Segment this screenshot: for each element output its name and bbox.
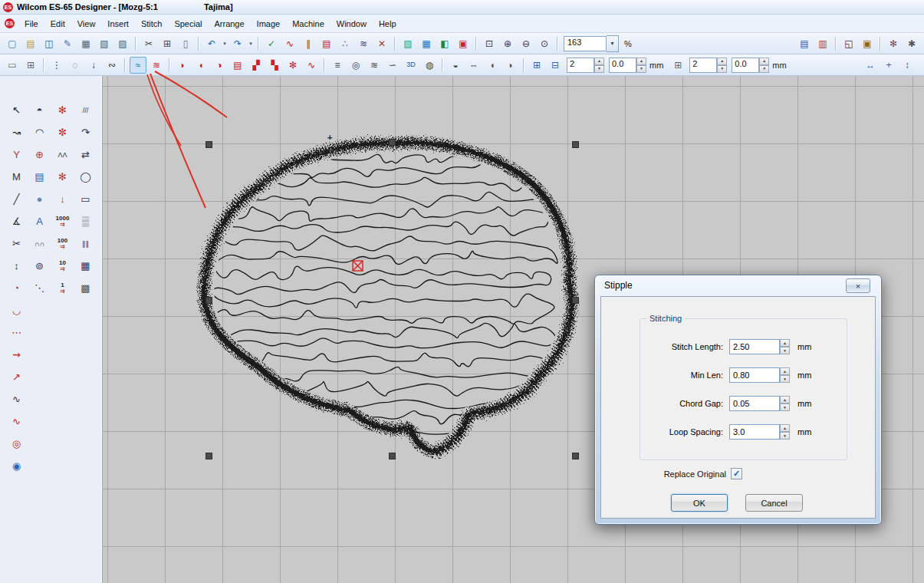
- dropdown-arrow-icon[interactable]: ▾: [221, 36, 229, 51]
- loop-spacing-input[interactable]: [729, 424, 780, 440]
- overview-icon[interactable]: ◱: [840, 35, 857, 52]
- scissors-tool[interactable]: ✂: [7, 232, 27, 255]
- dots-diagonal-tool[interactable]: ⋱: [30, 277, 50, 299]
- columns-tool[interactable]: ∥∥: [76, 232, 96, 255]
- monogram-tool[interactable]: M: [7, 166, 27, 188]
- move-all-icon[interactable]: +: [880, 57, 897, 74]
- zoom-value[interactable]: 163: [564, 36, 607, 51]
- menu-item-machine[interactable]: Machine: [286, 17, 330, 31]
- dropdown-arrow-icon[interactable]: ▾: [247, 36, 255, 51]
- zigzag-knife-tool[interactable]: ∡: [7, 210, 27, 232]
- menu-item-stitch[interactable]: Stitch: [135, 17, 169, 31]
- fusion-fill-icon[interactable]: ▧: [400, 35, 416, 52]
- node-y-tool[interactable]: Y: [7, 143, 27, 166]
- spin-down-icon[interactable]: ▼: [759, 65, 769, 73]
- stitch-arrow-tool[interactable]: ↗: [7, 366, 27, 388]
- show-grid-ref-icon[interactable]: ⊞: [669, 57, 686, 74]
- spin-down-icon[interactable]: ▼: [780, 403, 790, 411]
- reshape-wave-tool[interactable]: ↝: [7, 121, 27, 143]
- cut-icon[interactable]: ✂: [140, 35, 157, 52]
- selection-handle[interactable]: [206, 453, 212, 459]
- spin-up-icon[interactable]: ▲: [717, 58, 727, 65]
- spin-up-icon[interactable]: ▲: [759, 58, 769, 65]
- cancel-button[interactable]: Cancel: [745, 494, 803, 512]
- stitch-run-tool[interactable]: ⇝: [7, 344, 27, 366]
- spin-down-icon[interactable]: ▼: [636, 65, 646, 73]
- redo-icon[interactable]: ↷: [229, 35, 246, 52]
- selection-handle[interactable]: [389, 453, 396, 459]
- effects-icon[interactable]: ✻: [885, 35, 902, 52]
- selection-handle[interactable]: [572, 297, 579, 304]
- zoom-out-icon[interactable]: ⊖: [518, 35, 534, 52]
- move-v-icon[interactable]: ↕: [899, 57, 916, 74]
- stepper-value[interactable]: 2: [689, 58, 717, 73]
- florentine-icon[interactable]: ∿: [303, 57, 320, 74]
- dialog-close-button[interactable]: ×: [846, 278, 870, 293]
- open-icon[interactable]: ▤: [22, 35, 39, 52]
- spin-down-icon[interactable]: ▼: [594, 65, 604, 73]
- knife-tool[interactable]: ╱: [7, 188, 27, 210]
- copy-icon[interactable]: ⊞: [159, 35, 176, 52]
- zoom-in-icon[interactable]: ⊕: [499, 35, 516, 52]
- pull-1-tool[interactable]: 1⇉: [53, 277, 73, 299]
- pull-1000-tool[interactable]: 1000⇉: [53, 210, 73, 232]
- cross-stitch-icon[interactable]: ✕: [373, 35, 390, 52]
- print-preview-icon[interactable]: ▧: [96, 35, 113, 52]
- flip-tool[interactable]: ⇄: [76, 143, 96, 166]
- chord-gap-input[interactable]: [729, 396, 780, 411]
- zoom-1x-icon[interactable]: ⊙: [536, 35, 553, 52]
- library-icon[interactable]: ▣: [859, 35, 876, 52]
- menu-item-edit[interactable]: Edit: [44, 17, 71, 31]
- hatch-tool[interactable]: ///: [76, 99, 96, 121]
- target-tool[interactable]: ◎: [7, 433, 27, 455]
- bead-a-icon[interactable]: ◖: [484, 57, 501, 74]
- checker-dark-tool[interactable]: ▩: [76, 277, 96, 299]
- zoom-combo[interactable]: 163 ▼: [564, 35, 619, 52]
- satin-col-a-icon[interactable]: ◗: [174, 57, 191, 74]
- ok-button[interactable]: OK: [671, 494, 728, 512]
- menu-item-special[interactable]: Special: [168, 17, 208, 31]
- min-len-input[interactable]: [729, 367, 780, 383]
- satin-col-c-icon[interactable]: ◑: [211, 57, 228, 74]
- stitch-view-icon[interactable]: ⋮: [48, 57, 65, 74]
- checker-tool[interactable]: ▦: [76, 255, 96, 277]
- thread-colors-icon[interactable]: ▥: [814, 35, 831, 52]
- menu-item-help[interactable]: Help: [373, 17, 403, 31]
- zigzag-icon[interactable]: ∿: [281, 35, 298, 52]
- rect-tool[interactable]: ▭: [76, 188, 96, 210]
- lettering-tool[interactable]: A: [30, 210, 50, 232]
- needle-view-icon[interactable]: ↓: [85, 57, 102, 74]
- move-h-icon[interactable]: ↔: [862, 57, 879, 74]
- menu-item-view[interactable]: View: [71, 17, 102, 31]
- 3d-icon[interactable]: 3D: [403, 57, 419, 74]
- needle-drop-tool[interactable]: ↓: [53, 188, 73, 210]
- atom-tool[interactable]: ◉: [7, 455, 27, 477]
- contour-fill-icon[interactable]: ≋: [355, 35, 372, 52]
- sculpt-icon[interactable]: ◍: [421, 57, 438, 74]
- options-icon[interactable]: ✱: [903, 35, 920, 52]
- sphere-tool[interactable]: ●: [30, 188, 50, 210]
- spin-up-icon[interactable]: ▲: [780, 367, 790, 375]
- selection-handle[interactable]: [206, 297, 212, 304]
- spiral-icon[interactable]: ◎: [347, 57, 364, 74]
- menu-item-image[interactable]: Image: [251, 17, 287, 31]
- digitize-arc-tool[interactable]: ◠: [30, 121, 50, 143]
- spin-up-icon[interactable]: ▲: [780, 424, 790, 432]
- selection-handle[interactable]: [572, 453, 579, 459]
- flexi-split-icon[interactable]: ▚: [266, 57, 283, 74]
- replace-original-checkbox[interactable]: ✓: [731, 468, 742, 479]
- nudge-tool[interactable]: ↕: [7, 255, 27, 277]
- select-tool[interactable]: ↖: [7, 99, 27, 121]
- tatami-icon[interactable]: ▤: [229, 57, 246, 74]
- menu-item-file[interactable]: File: [18, 17, 44, 31]
- selection-handle[interactable]: [206, 141, 212, 148]
- zigzag-n-red-tool[interactable]: ∿: [7, 410, 27, 433]
- zigzag-n-tool[interactable]: ∿: [7, 388, 27, 410]
- connector-view-icon[interactable]: ∾: [104, 57, 120, 74]
- pattern-fill-icon[interactable]: ▦: [418, 35, 435, 52]
- stepper-value[interactable]: 0.0: [609, 58, 636, 73]
- color-blend-icon[interactable]: ◧: [436, 35, 453, 52]
- pull-100-tool[interactable]: 100⇉: [53, 232, 73, 255]
- grid-b-icon[interactable]: ⊟: [547, 57, 564, 74]
- contour-icon[interactable]: ≡: [329, 57, 346, 74]
